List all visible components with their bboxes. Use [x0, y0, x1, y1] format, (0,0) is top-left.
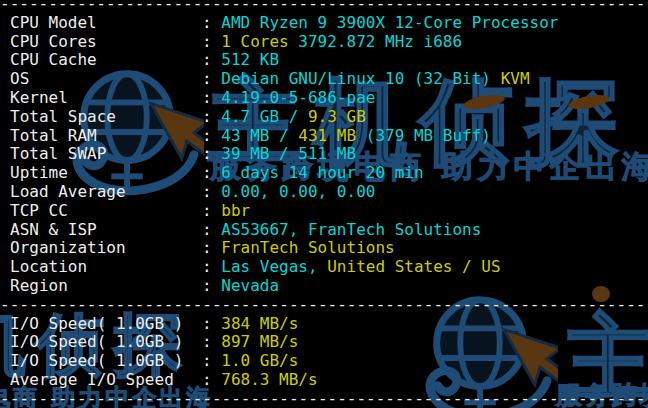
info-label: Total SWAP: [10, 145, 202, 164]
info-value: Debian GNU/Linux 10 (32 Bit): [221, 70, 500, 88]
info-value: 3792.872 MHz i686: [298, 33, 462, 51]
info-row: Organization: FranTech Solutions: [0, 239, 648, 258]
label-value-colon: :: [202, 33, 221, 51]
info-row: Uptime: 6 days 14 hour 20 min: [0, 164, 648, 183]
info-label: Kernel: [10, 89, 202, 108]
info-value: 1.0 GB/s: [221, 352, 298, 370]
info-label: Total RAM: [10, 127, 202, 146]
label-value-colon: :: [202, 239, 221, 257]
info-row: Total RAM: 43 MB / 431 MB (379 MB Buff): [0, 127, 648, 146]
info-label: ASN & ISP: [10, 221, 202, 240]
info-label: CPU Cores: [10, 33, 202, 52]
info-label: Average I/O Speed: [10, 371, 202, 390]
info-value: AMD Ryzen 9 3900X 12-Core Processor: [221, 14, 558, 32]
info-value: 43 MB /: [221, 127, 298, 145]
info-label: I/O Speed( 1.0GB ): [10, 352, 202, 371]
info-row: CPU Cache: 512 KB: [0, 51, 648, 70]
info-value: 4.19.0-5-686-pae: [221, 89, 375, 107]
info-row: CPU Model: AMD Ryzen 9 3900X 12-Core Pro…: [0, 14, 648, 33]
info-value: 4.7 GB /: [221, 108, 308, 126]
info-label: Organization: [10, 239, 202, 258]
info-label: I/O Speed( 1.0GB ): [10, 333, 202, 352]
info-value: Las Vegas,: [221, 258, 327, 276]
io-speed-section: I/O Speed( 1.0GB ): 384 MB/sI/O Speed( 1…: [0, 315, 648, 390]
info-row: ASN & ISP: AS53667, FranTech Solutions: [0, 221, 648, 240]
label-value-colon: :: [202, 333, 221, 351]
info-value: 9.3 GB: [308, 108, 366, 126]
label-value-colon: :: [202, 70, 221, 88]
info-value: KVM: [501, 70, 530, 88]
terminal-output: ----------------------------------------…: [0, 0, 648, 408]
info-label: Total Space: [10, 108, 202, 127]
info-value: AS53667, FranTech Solutions: [221, 221, 481, 239]
label-value-colon: :: [202, 277, 221, 295]
info-value: FranTech Solutions: [221, 239, 394, 257]
label-value-colon: :: [202, 127, 221, 145]
label-value-colon: :: [202, 352, 221, 370]
label-value-colon: :: [202, 221, 221, 239]
info-label: OS: [10, 70, 202, 89]
label-value-colon: :: [202, 258, 221, 276]
info-row: I/O Speed( 1.0GB ): 1.0 GB/s: [0, 352, 648, 371]
info-value: 768.3 MB/s: [221, 371, 317, 389]
info-row: TCP CC: bbr: [0, 202, 648, 221]
info-label: Uptime: [10, 164, 202, 183]
info-value: 384 MB/s: [221, 315, 298, 333]
label-value-colon: :: [202, 145, 221, 163]
info-row: Location: Las Vegas, United States / US: [0, 258, 648, 277]
separator-line: ----------------------------------------…: [0, 390, 648, 408]
info-value: 1 Cores: [221, 33, 298, 51]
info-row: Load Average: 0.00, 0.00, 0.00: [0, 183, 648, 202]
info-value: 431 MB: [298, 127, 356, 145]
info-row: I/O Speed( 1.0GB ): 384 MB/s: [0, 315, 648, 334]
info-value: Nevada: [221, 277, 279, 295]
info-row: Total SWAP: 39 MB / 511 MB: [0, 145, 648, 164]
label-value-colon: :: [202, 371, 221, 389]
label-value-colon: :: [202, 202, 221, 220]
separator-line: ----------------------------------------…: [0, 296, 648, 315]
info-value: bbr: [221, 202, 250, 220]
terminal-screen: 主机侦探 服务跨境电商 助力中企出海 主机侦探 服务跨境电商 助力中企出海 主机: [0, 0, 648, 408]
info-label: TCP CC: [10, 202, 202, 221]
info-label: Load Average: [10, 183, 202, 202]
label-value-colon: :: [202, 51, 221, 69]
info-row: I/O Speed( 1.0GB ): 897 MB/s: [0, 333, 648, 352]
info-label: Location: [10, 258, 202, 277]
info-label: I/O Speed( 1.0GB ): [10, 315, 202, 334]
label-value-colon: :: [202, 164, 221, 182]
info-value: 512 KB: [221, 51, 279, 69]
info-row: CPU Cores: 1 Cores 3792.872 MHz i686: [0, 33, 648, 52]
info-value: 0.00, 0.00, 0.00: [221, 183, 375, 201]
info-value: 897 MB/s: [221, 333, 298, 351]
info-label: Region: [10, 277, 202, 296]
label-value-colon: :: [202, 183, 221, 201]
info-value: (379 MB Buff): [356, 127, 491, 145]
label-value-colon: :: [202, 108, 221, 126]
label-value-colon: :: [202, 89, 221, 107]
info-row: OS: Debian GNU/Linux 10 (32 Bit) KVM: [0, 70, 648, 89]
info-label: CPU Model: [10, 14, 202, 33]
info-row: Kernel: 4.19.0-5-686-pae: [0, 89, 648, 108]
info-label: CPU Cache: [10, 51, 202, 70]
separator-line: ----------------------------------------…: [0, 0, 648, 14]
info-value: United States / US: [327, 258, 500, 276]
label-value-colon: :: [202, 315, 221, 333]
info-value: 39 MB / 511 MB: [221, 145, 356, 163]
system-info-section: CPU Model: AMD Ryzen 9 3900X 12-Core Pro…: [0, 14, 648, 296]
info-row: Average I/O Speed: 768.3 MB/s: [0, 371, 648, 390]
info-row: Total Space: 4.7 GB / 9.3 GB: [0, 108, 648, 127]
info-row: Region: Nevada: [0, 277, 648, 296]
label-value-colon: :: [202, 14, 221, 32]
info-value: 6 days 14 hour 20 min: [221, 164, 423, 182]
